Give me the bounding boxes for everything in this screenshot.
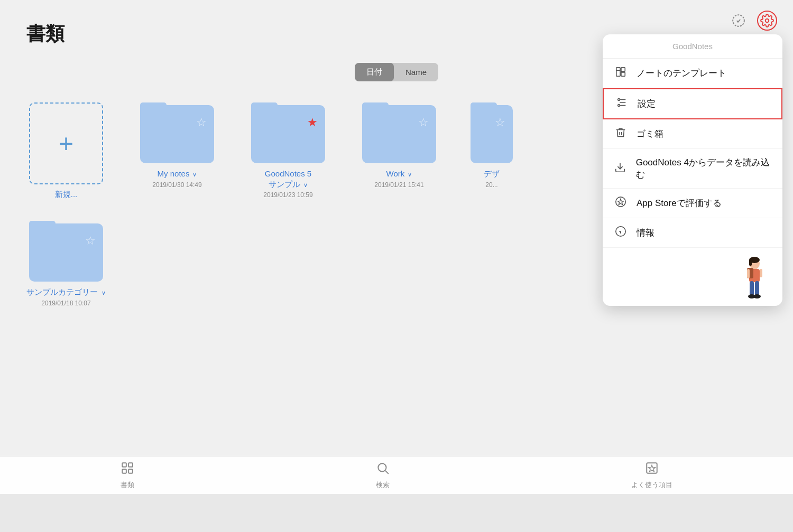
folder-name-sample: サンプルカテゴリー ∨ — [26, 287, 105, 297]
menu-label-info: 情報 — [637, 227, 654, 239]
tab-search-label: 検索 — [376, 480, 390, 490]
menu-item-import[interactable]: GoodNotes 4からデータを読み込む — [603, 149, 782, 189]
svg-rect-25 — [755, 281, 759, 296]
svg-rect-30 — [123, 469, 127, 473]
folder-partial-desa[interactable]: ☆ デザ 20... — [471, 102, 513, 189]
svg-point-27 — [753, 294, 761, 298]
svg-rect-19 — [749, 259, 752, 266]
character-svg — [737, 253, 772, 301]
check-icon — [732, 14, 745, 27]
documents-tab-icon — [121, 461, 134, 478]
svg-rect-31 — [128, 469, 133, 473]
new-folder-button[interactable]: + — [29, 102, 103, 184]
info-icon — [613, 226, 628, 240]
menu-label-settings: 設定 — [638, 98, 656, 110]
folder-icon-sample: ☆ — [29, 221, 103, 282]
tab-favorites-label: よく使う項目 — [631, 480, 672, 490]
favorites-tab-icon — [645, 461, 659, 478]
svg-rect-28 — [123, 463, 127, 467]
new-label: 新規... — [55, 190, 78, 200]
star-icon-my-notes: ☆ — [196, 116, 207, 129]
chevron-icon: ∨ — [302, 182, 308, 188]
sort-toggle: 日付 Name — [355, 63, 438, 81]
star-icon-goodnotes: ★ — [307, 116, 318, 129]
chevron-icon: ∨ — [406, 171, 412, 178]
svg-point-0 — [733, 15, 744, 26]
folder-body: ★ — [251, 105, 325, 163]
menu-label-appstore: App Storeで評価する — [637, 197, 722, 209]
folder-body: ☆ — [471, 105, 513, 163]
tab-documents[interactable]: 書類 — [121, 461, 134, 490]
svg-line-33 — [385, 470, 389, 473]
chevron-icon: ∨ — [191, 171, 197, 178]
folder-my-notes[interactable]: ☆ My notes ∨ 2019/01/30 14:49 — [137, 102, 217, 189]
sort-by-date-button[interactable]: 日付 — [355, 63, 394, 81]
menu-header: GoodNotes — [603, 34, 782, 59]
gear-icon — [760, 14, 774, 27]
folder-date-sample: 2019/01/18 10:07 — [41, 300, 90, 307]
folder-name-desa: デザ — [484, 169, 500, 179]
svg-point-9 — [618, 99, 620, 101]
folder-name-work: Work ∨ — [386, 169, 412, 179]
svg-rect-22 — [747, 269, 750, 278]
folder-sample-category[interactable]: ☆ サンプルカテゴリー ∨ 2019/01/18 10:07 — [26, 221, 106, 307]
menu-item-trash[interactable]: ゴミ箱 — [603, 119, 782, 149]
template-icon — [613, 66, 628, 80]
star-icon-work: ☆ — [418, 116, 429, 129]
sort-by-name-button[interactable]: Name — [394, 63, 438, 81]
folder-body: ☆ — [362, 105, 436, 163]
folder-date-work: 2019/01/21 15:41 — [374, 181, 423, 189]
svg-rect-29 — [128, 463, 133, 467]
import-icon — [613, 162, 628, 176]
folder-icon-my-notes: ☆ — [140, 102, 214, 163]
folder-work[interactable]: ☆ Work ∨ 2019/01/21 15:41 — [359, 102, 439, 189]
folder-date-desa: 20... — [485, 181, 497, 189]
svg-marker-35 — [648, 465, 655, 471]
tab-bar: 書類 検索 よく使う項目 — [0, 456, 793, 494]
svg-marker-13 — [618, 199, 624, 205]
tab-search[interactable]: 検索 — [376, 461, 390, 490]
folder-name-my-notes: My notes ∨ — [158, 169, 197, 179]
plus-icon: + — [59, 131, 73, 156]
folder-goodnotes-sample[interactable]: ★ GoodNotes 5サンプル ∨ 2019/01/23 10:59 — [248, 102, 328, 199]
folder-icon-desa: ☆ — [471, 102, 513, 163]
menu-item-appstore[interactable]: App Storeで評価する — [603, 189, 782, 218]
dropdown-menu: GoodNotes ノートのテンプレート — [603, 34, 782, 306]
folder-name-goodnotes: GoodNotes 5サンプル ∨ — [265, 169, 311, 189]
folder-icon-work: ☆ — [362, 102, 436, 163]
new-folder-item[interactable]: + 新規... — [26, 102, 106, 200]
chevron-icon: ∨ — [99, 290, 105, 296]
menu-label-templates: ノートのテンプレート — [637, 67, 726, 79]
folder-date-goodnotes: 2019/01/23 10:59 — [263, 191, 312, 199]
top-right-icons — [729, 11, 777, 31]
menu-item-settings[interactable]: 設定 — [603, 88, 782, 119]
menu-item-info[interactable]: 情報 — [603, 218, 782, 248]
star-icon-desa: ☆ — [495, 116, 505, 129]
folder-icon-goodnotes: ★ — [251, 102, 325, 163]
svg-point-1 — [766, 19, 769, 23]
settings-icon — [614, 97, 629, 111]
folder-date-my-notes: 2019/01/30 14:49 — [152, 181, 201, 189]
svg-point-10 — [618, 105, 620, 107]
search-tab-icon — [376, 461, 390, 478]
svg-point-32 — [378, 463, 386, 471]
svg-rect-4 — [621, 68, 625, 71]
folder-body: ☆ — [140, 105, 214, 163]
character-illustration — [603, 248, 782, 306]
star-icon-sample: ☆ — [85, 234, 96, 248]
folder-body: ☆ — [29, 223, 103, 282]
appstore-star-icon — [613, 196, 628, 210]
check-button[interactable] — [729, 11, 749, 31]
main-content: 書類 日付 Name + 新規... ☆ My notes ∨ — [0, 0, 793, 494]
trash-icon — [613, 127, 628, 141]
svg-rect-24 — [750, 281, 754, 296]
menu-item-templates[interactable]: ノートのテンプレート — [603, 59, 782, 88]
tab-documents-label: 書類 — [121, 480, 134, 490]
tab-favorites[interactable]: よく使う項目 — [631, 461, 672, 490]
menu-label-import: GoodNotes 4からデータを読み込む — [636, 156, 772, 181]
svg-rect-23 — [760, 269, 762, 277]
menu-label-trash: ゴミ箱 — [637, 128, 663, 140]
svg-rect-5 — [621, 72, 625, 76]
gear-button[interactable] — [757, 11, 777, 31]
svg-rect-2 — [616, 68, 620, 77]
